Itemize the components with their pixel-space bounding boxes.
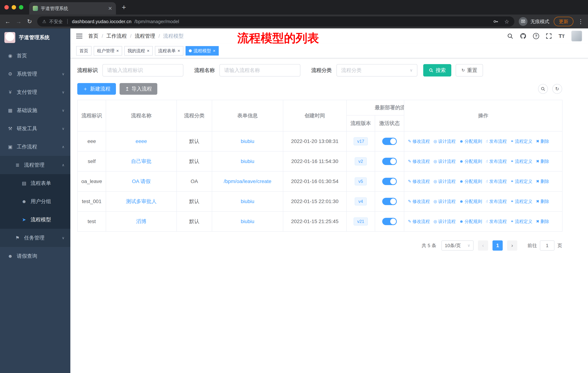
action-design[interactable]: ◎设计流程 [433, 159, 455, 164]
sidebar-item[interactable]: ☻请假查询 [0, 247, 70, 265]
search-button[interactable]: 搜索 [423, 64, 451, 77]
action-assign-rules[interactable]: ☻分配规则 [459, 179, 482, 184]
form-info-link[interactable]: biubiu [241, 219, 254, 224]
action-assign-rules[interactable]: ☻分配规则 [459, 138, 482, 144]
action-assign-rules[interactable]: ☻分配规则 [459, 219, 482, 224]
breadcrumb-item[interactable]: 流程管理 [135, 33, 155, 40]
active-toggle[interactable] [382, 138, 397, 145]
sidebar-item[interactable]: ▦基础设施∨ [0, 101, 70, 120]
font-size-icon[interactable]: TT [558, 33, 565, 39]
forward-icon[interactable]: → [15, 18, 22, 25]
active-toggle[interactable] [382, 218, 397, 225]
goto-page-input[interactable] [540, 240, 555, 251]
fullscreen-icon[interactable] [546, 33, 552, 39]
action-edit[interactable]: ✎修改流程 [408, 159, 430, 164]
active-toggle[interactable] [382, 158, 397, 165]
collapse-sidebar-icon[interactable] [76, 34, 82, 39]
action-delete[interactable]: ✖删除 [536, 199, 549, 204]
action-publish[interactable]: ☝发布流程 [486, 179, 507, 184]
sidebar-item[interactable]: ☻用户分组 [0, 192, 70, 211]
key-icon[interactable] [493, 19, 499, 24]
action-definition[interactable]: ⚭流程定义 [510, 138, 532, 144]
tag-item[interactable]: 流程表单× [155, 46, 183, 56]
sidebar-item[interactable]: ➤流程模型 [0, 211, 70, 229]
sidebar-item[interactable]: ◉首页 [0, 47, 70, 65]
action-design[interactable]: ◎设计流程 [433, 199, 455, 204]
help-icon[interactable]: ? [533, 33, 539, 39]
process-name-link[interactable]: eeee [136, 138, 147, 144]
action-edit[interactable]: ✎修改流程 [408, 138, 430, 144]
reset-button[interactable]: ↻ 重置 [456, 64, 483, 77]
action-design[interactable]: ◎设计流程 [433, 179, 455, 184]
tag-item[interactable]: 首页 [76, 46, 92, 56]
sidebar-item[interactable]: ⚙系统管理∨ [0, 65, 70, 83]
breadcrumb-item[interactable]: 工作流程 [106, 33, 127, 40]
tag-close-icon[interactable]: × [213, 49, 215, 53]
process-name-link[interactable]: 测试多审批人 [126, 199, 157, 204]
page-size-select[interactable]: 10条/页 ∨ [441, 240, 473, 251]
action-definition[interactable]: ⚭流程定义 [510, 159, 532, 164]
new-tab-button[interactable]: + [122, 4, 126, 11]
form-info-link[interactable]: biubiu [241, 138, 254, 144]
category-select[interactable]: 流程分类 ∨ [336, 64, 417, 77]
current-page-button[interactable]: 1 [493, 240, 503, 251]
process-name-link[interactable]: 滔博 [136, 219, 146, 224]
process-key-input[interactable] [102, 64, 183, 77]
browser-tab[interactable]: 芋道管理系统 ✕ [29, 2, 116, 15]
sidebar-item[interactable]: ⚑任务管理∨ [0, 229, 70, 247]
address-bar[interactable]: ⚠ 不安全 dashboard.yudao.iocoder.cn/bpm/man… [37, 16, 514, 27]
action-delete[interactable]: ✖删除 [536, 138, 549, 144]
action-publish[interactable]: ☝发布流程 [486, 138, 507, 144]
update-button[interactable]: 更新 [554, 17, 573, 26]
action-publish[interactable]: ☝发布流程 [486, 159, 507, 164]
action-publish[interactable]: ☝发布流程 [486, 219, 507, 224]
action-edit[interactable]: ✎修改流程 [408, 199, 430, 204]
sidebar-item[interactable]: ¥支付管理∨ [0, 83, 70, 101]
browser-menu-icon[interactable]: ⋮ [578, 18, 584, 25]
maximize-window-button[interactable] [19, 5, 23, 10]
close-window-button[interactable] [4, 5, 9, 10]
back-icon[interactable]: ← [4, 18, 11, 25]
tag-close-icon[interactable]: × [178, 49, 180, 53]
process-name-input[interactable] [220, 64, 300, 77]
tab-close-icon[interactable]: ✕ [108, 5, 112, 11]
sidebar-item[interactable]: ▣工作流程∧ [0, 138, 70, 156]
process-name-link[interactable]: 自己审批 [131, 159, 151, 164]
action-delete[interactable]: ✖删除 [536, 219, 549, 224]
action-assign-rules[interactable]: ☻分配规则 [459, 159, 482, 164]
tag-close-icon[interactable]: × [116, 49, 119, 53]
active-toggle[interactable] [382, 178, 397, 185]
user-avatar[interactable] [571, 30, 582, 41]
next-page-button[interactable]: › [507, 240, 517, 251]
tag-item[interactable]: 租户管理× [94, 46, 122, 56]
action-design[interactable]: ◎设计流程 [433, 138, 455, 144]
tag-active[interactable]: 流程模型× [186, 46, 219, 56]
create-process-button[interactable]: ＋ 新建流程 [77, 83, 116, 95]
tag-close-icon[interactable]: × [147, 49, 149, 53]
import-process-button[interactable]: ↥ 导入流程 [120, 83, 157, 95]
sidebar-item[interactable]: ▤流程表单 [0, 174, 70, 192]
sidebar-item[interactable]: ⚒研发工具∨ [0, 120, 70, 138]
action-assign-rules[interactable]: ☻分配规则 [459, 199, 482, 204]
action-delete[interactable]: ✖删除 [536, 179, 549, 184]
action-delete[interactable]: ✖删除 [536, 159, 549, 164]
form-info-link[interactable]: biubiu [241, 199, 254, 204]
action-design[interactable]: ◎设计流程 [433, 219, 455, 224]
form-info-link[interactable]: biubiu [241, 159, 254, 164]
refresh-table-button[interactable]: ↻ [552, 84, 562, 94]
action-edit[interactable]: ✎修改流程 [408, 219, 430, 224]
breadcrumb-item[interactable]: 首页 [88, 33, 98, 40]
github-icon[interactable] [520, 33, 526, 39]
sidebar-item[interactable]: ≣流程管理∧ [0, 156, 70, 174]
action-definition[interactable]: ⚭流程定义 [510, 179, 532, 184]
show-search-button[interactable] [538, 84, 548, 94]
action-publish[interactable]: ☝发布流程 [486, 199, 507, 204]
active-toggle[interactable] [382, 198, 397, 205]
action-edit[interactable]: ✎修改流程 [408, 179, 430, 184]
minimize-window-button[interactable] [12, 5, 16, 10]
process-name-link[interactable]: OA 请假 [132, 179, 151, 184]
tag-item[interactable]: 我的流程× [124, 46, 153, 56]
bookmark-star-icon[interactable]: ☆ [504, 18, 509, 25]
action-definition[interactable]: ⚭流程定义 [510, 199, 532, 204]
reload-icon[interactable]: ↻ [26, 18, 33, 25]
